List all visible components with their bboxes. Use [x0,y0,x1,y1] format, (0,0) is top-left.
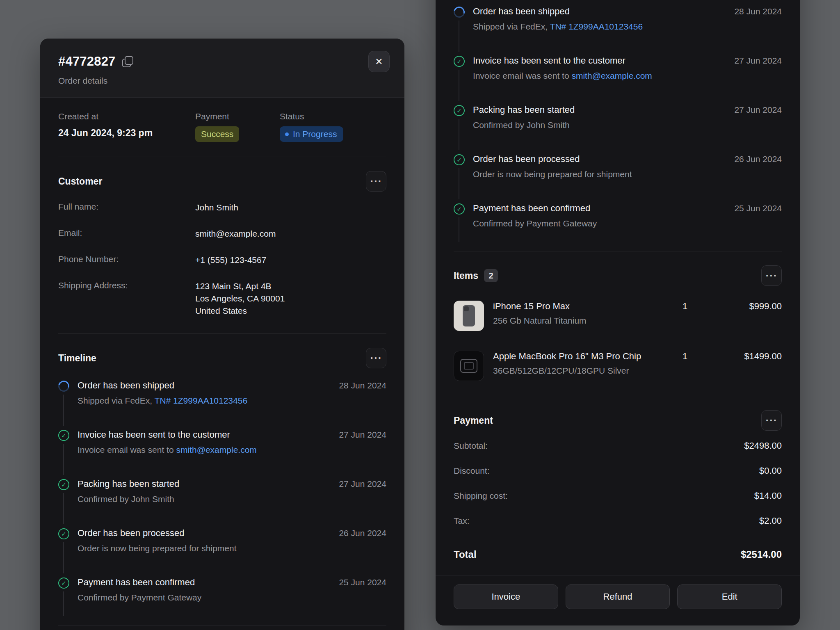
total-divider [454,537,782,537]
items-section: Items 2 ··· iPhone 15 Pro Max 256 Gb Nat… [436,251,800,396]
check-icon: ✓ [454,56,465,67]
macbook-product-image [454,351,484,381]
payment-row-tax: Tax: $2.00 [454,516,782,526]
modal-view-bottom: #4772827 ✕ Order details Created at 24 J… [436,0,800,625]
timeline-event-order-processed: ✓ Order has been processed 26 Jun 2024 O… [454,153,782,203]
item-row-macbook: Apple MacBook Pro 16" M3 Pro Chip 36GB/5… [454,351,782,381]
ellipsis-icon: ··· [766,415,778,426]
status-in-progress-badge: In Progress [280,126,343,142]
customer-row-full-name: Full name: John Smith [58,201,386,214]
created-at-block: Created at 24 Jun 2024, 9:23 pm [58,112,195,142]
edit-button[interactable]: Edit [677,584,782,609]
timeline-event-payment-confirmed: ✓ Payment has been confirmed 25 Jun 2024… [454,203,782,245]
modal-view-top: #4772827 ✕ Order details Created at 24 J… [40,39,404,630]
created-at-label: Created at [58,112,195,121]
item-quantity: 1 [682,351,707,362]
timeline-event-packing-started: ✓ Packing has been started 27 Jun 2024 C… [454,104,782,153]
customer-row-shipping-address: Shipping Address: 123 Main St, Apt 4B Lo… [58,280,386,317]
spinner-icon [56,379,71,394]
invoice-button[interactable]: Invoice [454,584,558,609]
close-button[interactable]: ✕ [368,51,390,72]
modal-subtitle: Order details [58,76,390,86]
check-icon: ✓ [58,479,69,490]
ellipsis-icon: ··· [370,353,382,363]
payment-label: Payment [195,112,280,121]
customer-email-link[interactable]: smith@example.com [176,445,256,454]
customer-row-phone: Phone Number: +1 (555) 123-4567 [58,254,386,266]
payment-status-block: Payment Success [195,112,280,142]
copy-icon[interactable] [122,56,133,67]
items-section-title: Items [454,270,478,281]
items-menu-button[interactable]: ··· [761,265,782,286]
items-section: Items 2 ··· iPhone 15 Pro Max 256 Gb Nat… [40,625,404,630]
order-details-modal: #4772827 ✕ Order details Created at 24 J… [40,39,404,630]
timeline-section: Timeline ··· Order has been shipped 28 J… [436,0,800,251]
modal-footer: Invoice Refund Edit [436,575,800,625]
payment-success-badge: Success [195,126,239,142]
timeline-section-title: Timeline [58,353,96,364]
close-icon: ✕ [375,56,383,67]
payment-section-title: Payment [454,415,493,426]
item-price: $1499.00 [716,351,782,362]
modal-header: #4772827 ✕ Order details [40,39,404,98]
desktop-background: { "page": { "background": "#5e6063" }, "… [0,0,840,630]
item-row-iphone: iPhone 15 Pro Max 256 Gb Natural Titaniu… [454,301,782,331]
status-label: Status [280,112,343,121]
ellipsis-icon: ··· [766,270,778,281]
refund-button[interactable]: Refund [566,584,670,609]
timeline-event-shipped: Order has been shipped 28 Jun 2024 Shipp… [58,380,386,429]
order-details-modal: #4772827 ✕ Order details Created at 24 J… [436,0,800,625]
payment-section: Payment ··· Subtotal: $2498.00 Discount:… [436,396,800,575]
payment-menu-button[interactable]: ··· [761,410,782,431]
check-icon: ✓ [58,430,69,441]
customer-email-link[interactable]: smith@example.com [571,71,652,80]
spinner-icon [452,5,467,20]
payment-row-discount: Discount: $0.00 [454,466,782,476]
item-quantity: 1 [682,301,707,312]
item-price: $999.00 [716,301,782,312]
payment-total-row: Total $2514.00 [454,549,782,575]
timeline-event-packing-started: ✓ Packing has been started 27 Jun 2024 C… [58,478,386,527]
check-icon: ✓ [58,528,69,539]
items-count-badge: 2 [484,269,498,282]
timeline-event-payment-confirmed: ✓ Payment has been confirmed 25 Jun 2024… [58,577,386,619]
timeline-event-order-processed: ✓ Order has been processed 26 Jun 2024 O… [58,527,386,577]
check-icon: ✓ [454,105,465,116]
check-icon: ✓ [454,154,465,165]
check-icon: ✓ [454,203,465,215]
iphone-product-image [454,301,484,331]
created-at-value: 24 Jun 2024, 9:23 pm [58,128,195,139]
customer-menu-button[interactable]: ··· [366,171,386,192]
customer-row-email: Email: smith@example.com [58,228,386,240]
order-status-block: Status In Progress [280,112,343,142]
ellipsis-icon: ··· [370,176,382,187]
customer-section-title: Customer [58,176,102,187]
payment-row-shipping-cost: Shipping cost: $14.00 [454,491,782,501]
check-icon: ✓ [58,578,69,589]
timeline-section: Timeline ··· Order has been shipped 28 J… [40,334,404,625]
tracking-number-link[interactable]: TN# 1Z999AA10123456 [155,396,248,405]
timeline-event-invoice-sent: ✓ Invoice has been sent to the customer … [58,429,386,478]
status-dot-icon [285,132,289,136]
customer-section: Customer ··· Full name: John Smith Email… [40,157,404,333]
tracking-number-link[interactable]: TN# 1Z999AA10123456 [550,22,643,31]
timeline-event-shipped: Order has been shipped 28 Jun 2024 Shipp… [454,6,782,55]
status-badge-label: In Progress [293,129,337,139]
order-meta: Created at 24 Jun 2024, 9:23 pm Payment … [40,98,404,157]
timeline-menu-button[interactable]: ··· [366,348,386,368]
total-label: Total [454,549,741,560]
order-number: #4772827 [58,54,116,69]
total-value: $2514.00 [741,549,782,560]
payment-row-subtotal: Subtotal: $2498.00 [454,441,782,451]
timeline-event-invoice-sent: ✓ Invoice has been sent to the customer … [454,55,782,104]
